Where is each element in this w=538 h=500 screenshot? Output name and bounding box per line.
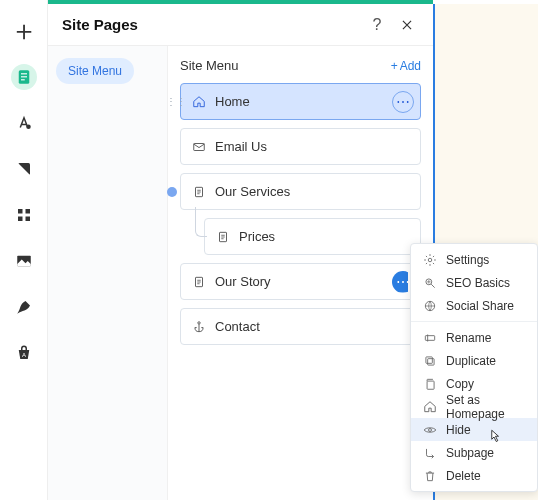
add-icon[interactable]: ＋ [11,18,37,44]
seo-icon [423,276,437,290]
svg-rect-8 [18,217,23,222]
menu-item-hide[interactable]: Hide [411,418,537,441]
menu-item-duplicate[interactable]: Duplicate [411,349,537,372]
plus-icon: + [391,59,398,73]
apps-icon[interactable] [11,202,37,228]
site-pages-panel: Site Pages ? Site Menu Site Menu + Add ⋮… [48,0,433,500]
copy-icon [423,377,437,391]
menu-item-seo-basics[interactable]: SEO Basics [411,271,537,294]
panel-header: Site Pages ? [48,4,433,46]
page-icon [215,229,231,245]
section-title: Site Menu [180,58,391,73]
page-label: Our Services [215,184,290,199]
page-row-home[interactable]: ⋮⋮Home⋯ [180,83,421,120]
page-label: Prices [239,229,275,244]
menu-item-label: Duplicate [446,354,496,368]
trash-icon [423,469,437,483]
menu-item-label: SEO Basics [446,276,510,290]
sub-icon [423,446,437,460]
menu-item-social-share[interactable]: Social Share [411,294,537,317]
menu-item-delete[interactable]: Delete [411,464,537,487]
site-menu-pill[interactable]: Site Menu [56,58,134,84]
svg-rect-3 [21,79,25,80]
svg-rect-21 [428,358,434,364]
svg-text:A: A [21,352,25,358]
store-icon[interactable]: A [11,340,37,366]
menu-item-set-as-homepage[interactable]: Set as Homepage [411,395,537,418]
page-list-area: Site Menu + Add ⋮⋮Home⋯Email UsOur Servi… [168,46,433,500]
menu-item-label: Copy [446,377,474,391]
text-style-icon[interactable] [11,110,37,136]
contrast-icon[interactable] [11,156,37,182]
anchor-icon [191,319,207,335]
rename-icon [423,331,437,345]
svg-rect-9 [25,217,30,222]
drag-handle-icon[interactable]: ⋮⋮ [166,96,186,107]
more-actions-button[interactable]: ⋯ [392,91,414,113]
panel-title: Site Pages [62,16,359,33]
tree-collapse-icon[interactable] [167,187,177,197]
page-label: Home [215,94,250,109]
dup-icon [423,354,437,368]
svg-rect-22 [426,356,432,362]
page-row-our-story[interactable]: Our Story⋯ [180,263,421,300]
close-icon[interactable] [395,13,419,37]
gear-icon [423,253,437,267]
page-row-prices[interactable]: Prices [204,218,421,255]
page-icon [191,274,207,290]
menu-item-label: Hide [446,423,471,437]
svg-rect-12 [194,143,205,150]
svg-rect-23 [427,381,434,389]
eye-icon [423,423,437,437]
menu-item-label: Set as Homepage [446,393,525,421]
add-page-button[interactable]: + Add [391,59,421,73]
tree-line [195,207,207,237]
page-row-contact[interactable]: Contact [180,308,421,345]
image-icon[interactable] [11,248,37,274]
svg-point-24 [429,428,432,431]
page-icon [191,184,207,200]
pen-icon[interactable] [11,294,37,320]
page-label: Our Story [215,274,271,289]
home-icon [191,94,207,110]
page-row-our-services[interactable]: Our Services [180,173,421,210]
menu-item-label: Delete [446,469,481,483]
menu-item-label: Subpage [446,446,494,460]
page-label: Email Us [215,139,267,154]
svg-point-4 [26,125,31,130]
page-label: Contact [215,319,260,334]
svg-point-17 [428,258,432,262]
menu-item-subpage[interactable]: Subpage [411,441,537,464]
left-toolbar: ＋ A [0,0,48,500]
home-icon [423,400,437,414]
menu-item-rename[interactable]: Rename [411,326,537,349]
mail-icon [191,139,207,155]
pages-icon[interactable] [11,64,37,90]
svg-rect-2 [21,76,27,77]
menu-separator [411,321,537,322]
svg-rect-6 [18,209,23,214]
panel-sidebar: Site Menu [48,46,168,500]
share-icon [423,299,437,313]
page-row-email-us[interactable]: Email Us [180,128,421,165]
svg-point-16 [198,321,200,323]
help-icon[interactable]: ? [365,13,389,37]
svg-rect-20 [425,335,434,340]
context-menu: SettingsSEO BasicsSocial ShareRenameDupl… [410,243,538,492]
svg-rect-7 [25,209,30,214]
menu-item-label: Settings [446,253,489,267]
menu-item-settings[interactable]: Settings [411,248,537,271]
menu-item-label: Rename [446,331,491,345]
menu-item-label: Social Share [446,299,514,313]
svg-rect-1 [21,73,27,74]
